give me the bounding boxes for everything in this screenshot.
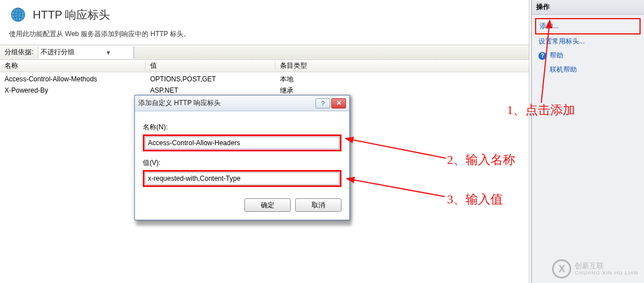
cell-type: 本地 [275,75,529,84]
ok-button[interactable]: 确定 [244,198,291,212]
dialog-button-row: 确定 取消 [135,193,349,220]
name-input[interactable] [145,137,339,149]
dialog-close-button[interactable]: ✕ [331,98,346,108]
annotation-step-2: 2、输入名称 [447,151,515,168]
value-input[interactable] [145,172,339,185]
toolbar-spacer [134,46,529,59]
cell-value: ASP.NET [146,86,275,94]
action-set-common-headers[interactable]: 设置常用标头... [535,34,641,49]
value-field-highlight [143,170,341,187]
name-field-highlight [143,134,341,151]
page-title: HTTP 响应标头 [33,7,110,23]
table-header-row: 名称 值 条目类型 [0,60,529,72]
actions-list: 添加... 设置常用标头... ? 帮助 联机帮助 [532,15,644,80]
actions-header: 操作 [532,0,644,15]
table-row[interactable]: Access-Control-Allow-Methods OPTIONS,POS… [0,73,529,85]
action-online-help[interactable]: 联机帮助 [535,63,641,77]
dialog-title: 添加自定义 HTTP 响应标头 [138,98,314,108]
cell-name: X-Powered-By [0,86,146,94]
table-body: Access-Control-Allow-Methods OPTIONS,POS… [0,72,529,96]
globe-icon [9,6,27,24]
column-header-type[interactable]: 条目类型 [275,61,529,71]
action-help-label: 帮助 [550,51,563,60]
action-online-help-label: 联机帮助 [550,65,577,75]
value-field-label: 值(V): [143,158,341,168]
logo-mark-icon: X [552,259,571,278]
annotation-step-3: 3、输入值 [447,191,503,208]
actions-pane: 操作 添加... 设置常用标头... ? 帮助 联机帮助 [531,0,644,283]
chevron-down-icon[interactable]: ▾ [86,49,131,56]
logo-brand: 创新互联 [575,262,638,270]
add-header-dialog: 添加自定义 HTTP 响应标头 ? ✕ 名称(N): 值(V): 确定 取消 [134,95,350,220]
action-add[interactable]: 添加... [535,18,641,34]
column-header-value[interactable]: 值 [146,61,275,71]
page-header: HTTP 响应标头 [0,0,529,27]
table-row[interactable]: X-Powered-By ASP.NET 继承 [0,85,529,96]
watermark-logo: X 创新互联 CHUANG XIN HU LIAN [552,259,638,278]
cancel-button[interactable]: 取消 [295,198,341,212]
dialog-titlebar[interactable]: 添加自定义 HTTP 响应标头 ? ✕ [135,95,349,111]
logo-sub: CHUANG XIN HU LIAN [575,270,638,276]
column-header-name[interactable]: 名称 [0,61,146,71]
action-set-common-label: 设置常用标头... [538,37,585,46]
cell-value: OPTIONS,POST,GET [146,75,275,83]
help-icon: ? [538,52,546,60]
cell-type: 继承 [275,86,529,95]
action-help[interactable]: ? 帮助 [535,49,641,63]
cell-name: Access-Control-Allow-Methods [0,75,146,83]
dialog-body: 名称(N): 值(V): [135,111,349,193]
name-field-label: 名称(N): [143,123,341,132]
grouping-select[interactable]: 不进行分组 ▾ [38,46,134,59]
dialog-help-button[interactable]: ? [316,98,330,108]
grouping-label: 分组依据: [0,45,38,59]
grouping-selected-value: 不进行分组 [41,47,86,57]
page-subtitle: 使用此功能配置从 Web 服务器添加到响应中的 HTTP 标头。 [0,27,529,45]
annotation-step-1: 1、点击添加 [507,102,575,119]
grouping-toolbar: 分组依据: 不进行分组 ▾ [0,45,529,60]
action-add-label: 添加... [540,21,559,31]
